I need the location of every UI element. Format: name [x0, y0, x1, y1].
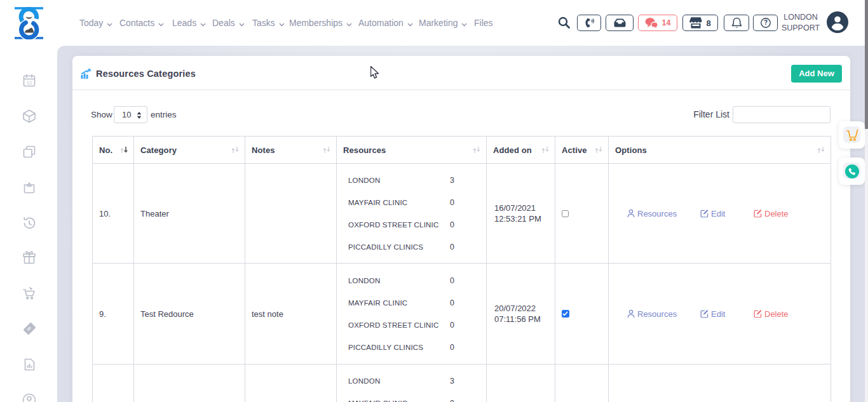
svg-text:?: ?	[763, 19, 767, 26]
svg-text:12: 12	[27, 80, 32, 86]
